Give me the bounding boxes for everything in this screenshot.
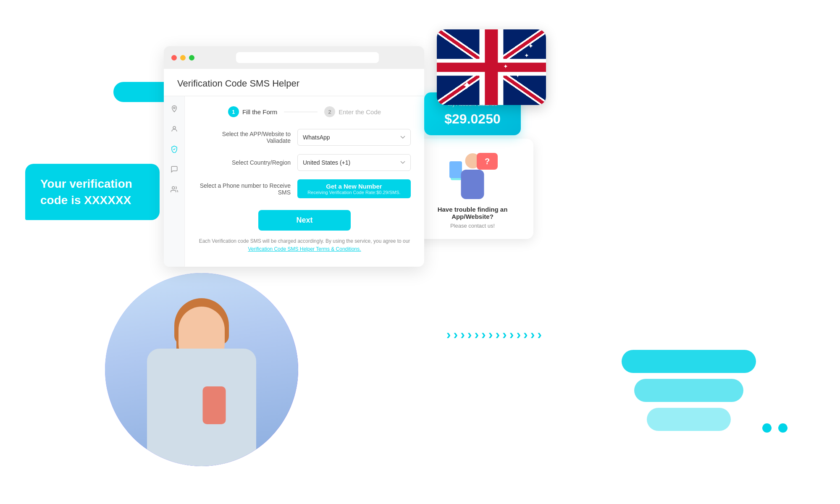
sidebar-icon-shield[interactable]: [168, 143, 180, 155]
terms-link[interactable]: Verification Code SMS Helper Terms & Con…: [248, 246, 361, 252]
traffic-light-close[interactable]: [171, 55, 177, 60]
help-card: Have trouble finding an App/Website? Ple…: [412, 139, 533, 239]
get-number-title: Get a New Number: [304, 183, 404, 190]
help-title: Have trouble finding an App/Website?: [422, 206, 523, 220]
terms-static-text: Each Verification code SMS will be charg…: [199, 238, 410, 244]
country-select[interactable]: United States (+1): [297, 154, 411, 171]
window-titlebar: [164, 46, 424, 69]
url-bar[interactable]: [236, 52, 379, 63]
chevron-icon: ›: [446, 327, 451, 342]
window-header: Verification Code SMS Helper: [164, 69, 424, 96]
main-window: Verification Code SMS Helper: [164, 46, 424, 267]
chevron-icon: ›: [523, 327, 528, 342]
step2-circle: 2: [324, 106, 335, 117]
app-select[interactable]: WhatsApp: [297, 129, 411, 146]
traffic-light-maximize[interactable]: [189, 55, 194, 60]
app-label: Select the APP/Website to Valiadate: [198, 131, 291, 144]
phone-label: Select a Phone number to Receive SMS: [198, 182, 291, 196]
chevron-icon: ›: [467, 327, 472, 342]
next-button[interactable]: Next: [258, 210, 350, 231]
svg-point-0: [173, 107, 175, 109]
chevron-icon: ›: [530, 327, 535, 342]
illus-question-bubble: [477, 153, 498, 170]
form-row-app: Select the APP/Website to Valiadate What…: [198, 129, 411, 146]
step1-circle: 1: [228, 106, 239, 117]
svg-point-2: [172, 186, 174, 189]
traffic-light-minimize[interactable]: [180, 55, 186, 60]
sidebar-icon-location[interactable]: [168, 103, 180, 115]
chevron-icon: ›: [502, 327, 507, 342]
country-label: Select Country/Region: [198, 159, 291, 166]
window-body: 1 Fill the Form 2 Enter the Code Select …: [164, 96, 424, 267]
help-illustration: [447, 149, 498, 199]
steps-header: 1 Fill the Form 2 Enter the Code: [198, 106, 411, 117]
chevron-icon: ›: [516, 327, 521, 342]
get-number-button[interactable]: Get a New Number Receiving Verification …: [297, 179, 411, 198]
chat-bubble: Your verification code is XXXXXX: [25, 164, 160, 220]
deco-dots: [762, 423, 788, 433]
step-divider: [284, 112, 318, 112]
account-balance-value: $29.0250: [434, 111, 511, 127]
chevron-icon: ›: [481, 327, 486, 342]
form-row-country: Select Country/Region United States (+1): [198, 154, 411, 171]
sidebar-icon-message[interactable]: [168, 163, 180, 175]
chevron-icon: ›: [474, 327, 479, 342]
sidebar-icon-contacts[interactable]: [168, 184, 180, 195]
sidebar: [164, 96, 185, 267]
step-1: 1 Fill the Form: [228, 106, 277, 117]
step2-label: Enter the Code: [339, 108, 381, 116]
chevron-icon: ›: [537, 327, 542, 342]
chevron-icon: ›: [460, 327, 465, 342]
person-phone: [203, 386, 226, 424]
chevrons-decoration: › › › › › › › › › › › › › ›: [446, 327, 542, 342]
chevron-icon: ›: [488, 327, 493, 342]
sidebar-icon-user[interactable]: [168, 123, 180, 135]
step1-label: Fill the Form: [242, 108, 277, 116]
step-2: 2 Enter the Code: [324, 106, 381, 117]
svg-point-1: [173, 126, 176, 129]
deco-waves: [622, 350, 756, 437]
illus-body: [461, 170, 484, 199]
chat-bubble-text: Your verification code is XXXXXX: [40, 177, 132, 207]
person-body: [147, 349, 256, 466]
person-circle-image: [105, 273, 298, 466]
australia-flag: ✦ ✦ ✦ ✦ ✦: [437, 29, 546, 105]
terms-text: Each Verification code SMS will be charg…: [198, 237, 411, 253]
chevron-icon: ›: [509, 327, 514, 342]
get-number-subtitle: Receiving Verification Code Rate:$0.29/S…: [304, 190, 404, 195]
chevron-icon: ›: [495, 327, 500, 342]
illus-book: [449, 161, 462, 178]
form-row-phone: Select a Phone number to Receive SMS Get…: [198, 179, 411, 198]
next-button-container: Next: [198, 210, 411, 231]
chevron-icon: ›: [453, 327, 458, 342]
help-subtitle: Please contact us!: [422, 223, 523, 229]
main-form-content: 1 Fill the Form 2 Enter the Code Select …: [185, 96, 424, 267]
window-title: Verification Code SMS Helper: [177, 78, 299, 89]
